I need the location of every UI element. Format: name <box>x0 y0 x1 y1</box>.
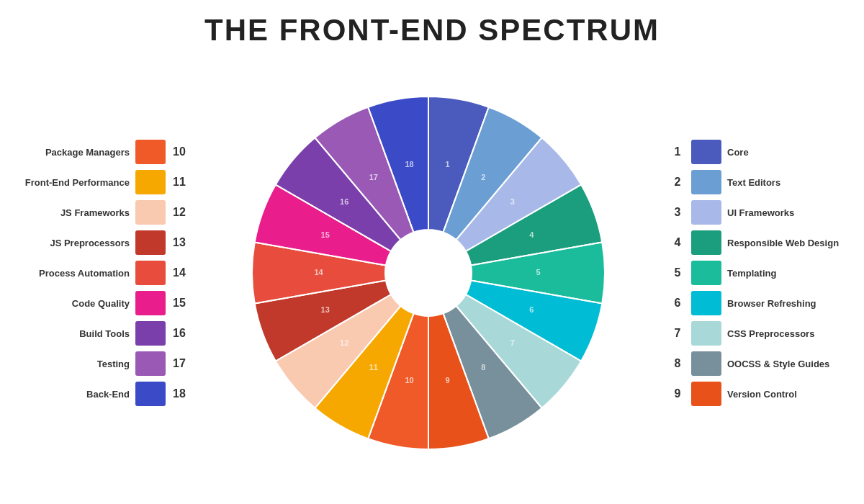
spectrum-wheel: 123456789101112131415161718 <box>241 86 616 460</box>
legend-left-label: Testing <box>14 359 130 369</box>
legend-left-item: Testing 17 <box>14 351 187 376</box>
wheel-label-3: 3 <box>510 197 515 206</box>
wheel-label-18: 18 <box>405 160 413 168</box>
legend-left-label: JS Preprocessors <box>14 238 130 248</box>
legend-left-swatch <box>135 140 166 164</box>
wheel-label-14: 14 <box>314 268 323 276</box>
legend-left-label: Build Tools <box>14 328 130 339</box>
legend-left-label: JS Frameworks <box>14 207 130 218</box>
legend-right-label: Version Control <box>727 389 850 400</box>
wheel-label-2: 2 <box>481 173 485 181</box>
wheel-label-8: 8 <box>481 363 485 372</box>
legend-right-label: Text Editors <box>727 177 850 188</box>
legend-right-swatch <box>691 321 721 346</box>
page-title: THE FRONT-END SPECTRUM <box>0 0 864 53</box>
legend-right-swatch <box>691 230 721 255</box>
legend-right-label: Responsible Web Design <box>727 238 850 248</box>
legend-left-item: JS Frameworks 12 <box>14 200 187 225</box>
legend-left-swatch <box>135 382 166 406</box>
legend-right-item: 6 Browser Refreshing <box>670 291 850 315</box>
legend-right-swatch <box>691 170 721 194</box>
legend-left-swatch <box>135 170 166 194</box>
legend-left-label: Process Automation <box>14 268 130 279</box>
legend-left-number: 14 <box>171 266 187 279</box>
legend-right-item: 3 UI Frameworks <box>670 200 850 225</box>
wheel-label-1: 1 <box>445 160 449 168</box>
legend-right-number: 1 <box>670 145 685 158</box>
legend-left: Package Managers 10 Front-End Performanc… <box>7 140 187 406</box>
legend-left-swatch <box>135 261 166 285</box>
legend-left-swatch <box>135 351 166 376</box>
legend-left-label: Package Managers <box>14 147 130 158</box>
wheel-label-16: 16 <box>340 197 348 206</box>
legend-right-item: 8 OOCSS & Style Guides <box>670 351 850 376</box>
legend-right-number: 8 <box>670 357 685 370</box>
main-layout: Package Managers 10 Front-End Performanc… <box>0 53 864 492</box>
legend-left-item: Front-End Performance 11 <box>14 170 187 194</box>
legend-left-item: JS Preprocessors 13 <box>14 230 187 255</box>
wheel-label-15: 15 <box>321 230 330 239</box>
legend-left-number: 16 <box>171 327 187 340</box>
legend-left-number: 11 <box>171 176 187 189</box>
legend-right-swatch <box>691 382 721 406</box>
wheel-label-11: 11 <box>369 363 378 372</box>
legend-left-item: Back-End 18 <box>14 382 187 406</box>
wheel-label-9: 9 <box>445 376 449 384</box>
legend-left-number: 10 <box>171 145 187 158</box>
legend-right-swatch <box>691 291 721 315</box>
legend-right-swatch <box>691 140 721 164</box>
legend-right-item: 2 Text Editors <box>670 170 850 194</box>
legend-left-label: Front-End Performance <box>14 177 130 188</box>
wheel-label-5: 5 <box>536 268 540 276</box>
legend-right-item: 9 Version Control <box>670 382 850 406</box>
wheel-label-17: 17 <box>369 173 378 181</box>
legend-left-item: Package Managers 10 <box>14 140 187 164</box>
legend-right-label: Browser Refreshing <box>727 298 850 309</box>
wheel-label-10: 10 <box>405 376 413 384</box>
legend-right-label: CSS Preprocessors <box>727 328 850 339</box>
legend-left-swatch <box>135 200 166 225</box>
wheel-label-6: 6 <box>529 305 534 314</box>
legend-right-swatch <box>691 351 721 376</box>
wheel-label-4: 4 <box>529 230 534 239</box>
legend-left-number: 18 <box>171 387 187 400</box>
legend-right-label: OOCSS & Style Guides <box>727 359 850 369</box>
wheel-center <box>385 230 472 316</box>
legend-right-number: 6 <box>670 297 685 310</box>
legend-right-number: 5 <box>670 266 685 279</box>
legend-left-label: Code Quality <box>14 298 130 309</box>
legend-left-swatch <box>135 230 166 255</box>
wheel-label-13: 13 <box>321 305 330 314</box>
legend-right-item: 7 CSS Preprocessors <box>670 321 850 346</box>
legend-left-number: 12 <box>171 206 187 219</box>
legend-right-item: 4 Responsible Web Design <box>670 230 850 255</box>
legend-right-swatch <box>691 261 721 285</box>
legend-right-number: 7 <box>670 327 685 340</box>
legend-right-swatch <box>691 200 721 225</box>
legend-right-number: 4 <box>670 236 685 249</box>
wheel-label-7: 7 <box>510 338 515 347</box>
legend-left-swatch <box>135 321 166 346</box>
legend-right-number: 3 <box>670 206 685 219</box>
legend-left-label: Back-End <box>14 389 130 400</box>
legend-right-label: UI Frameworks <box>727 207 850 218</box>
legend-right-item: 1 Core <box>670 140 850 164</box>
legend-right-number: 9 <box>670 387 685 400</box>
legend-left-item: Build Tools 16 <box>14 321 187 346</box>
legend-right-item: 5 Templating <box>670 261 850 285</box>
legend-left-item: Process Automation 14 <box>14 261 187 285</box>
legend-right: 1 Core 2 Text Editors 3 UI Frameworks 4 … <box>670 140 857 406</box>
legend-right-label: Core <box>727 147 850 158</box>
wheel-container: 123456789101112131415161718 <box>187 53 670 492</box>
legend-left-number: 13 <box>171 236 187 249</box>
legend-right-label: Templating <box>727 268 850 279</box>
wheel-label-12: 12 <box>340 338 348 347</box>
legend-right-number: 2 <box>670 176 685 189</box>
legend-left-item: Code Quality 15 <box>14 291 187 315</box>
legend-left-swatch <box>135 291 166 315</box>
legend-left-number: 15 <box>171 297 187 310</box>
legend-left-number: 17 <box>171 357 187 370</box>
